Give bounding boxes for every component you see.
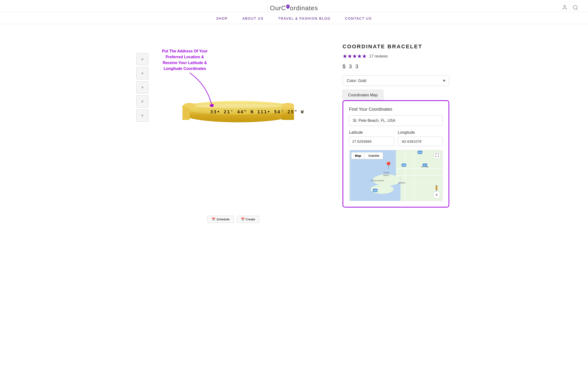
svg-text:33• 21' 44" N  111• 54' 25" W: 33• 21' 44" N 111• 54' 25" W: [210, 109, 304, 114]
logo-text2: ordinates: [290, 4, 318, 12]
latitude-group: Latitude: [349, 130, 394, 146]
create-button[interactable]: 📅 Create: [237, 216, 259, 223]
logo[interactable]: Our C ordinates: [199, 4, 389, 12]
svg-text:275: 275: [419, 151, 422, 154]
lng-input[interactable]: [398, 137, 443, 146]
svg-text:St Pete Beach: St Pete Beach: [371, 179, 384, 182]
thumbnail-2[interactable]: [136, 67, 148, 79]
map-view-button[interactable]: Map: [352, 152, 365, 159]
nav-shop[interactable]: SHOP: [216, 17, 228, 20]
expand-map-button[interactable]: [434, 152, 441, 159]
find-coords-title: Find Your Coordinates: [349, 107, 443, 112]
zoom-in-button[interactable]: +: [433, 191, 440, 198]
thumbnail-strip: [136, 53, 148, 122]
svg-point-7: [282, 103, 294, 108]
schedule-button[interactable]: 📅 Schedule: [207, 216, 234, 223]
product-image-area: Put The Address Of Your Preferred Locati…: [139, 39, 328, 223]
logo-pin-icon: [286, 5, 290, 9]
nav-contact[interactable]: CONTACT US: [345, 17, 372, 20]
pegman-icon[interactable]: 🧍: [434, 185, 440, 191]
thumbnail-1[interactable]: [136, 53, 148, 65]
user-icon[interactable]: [562, 5, 568, 12]
satellite-view-button[interactable]: Satellite: [365, 152, 383, 159]
search-icon[interactable]: [572, 5, 578, 12]
create-icon: 📅: [241, 218, 245, 221]
longitude-group: Longitude: [398, 130, 443, 146]
nav-blog[interactable]: TRAVEL & FASHION BLOG: [278, 17, 331, 20]
reviews-count: 17 reviews: [369, 54, 388, 59]
header: Our C ordinates: [0, 0, 588, 24]
annotation-text: Put The Address Of Your Preferred Locati…: [158, 48, 211, 72]
lat-input[interactable]: [349, 137, 394, 146]
map-controls: Map Satellite: [351, 152, 383, 159]
product-price: $ 3 3: [342, 63, 449, 70]
svg-text:699: 699: [374, 189, 377, 192]
schedule-label: Schedule: [216, 218, 230, 221]
annotation: Put The Address Of Your Preferred Locati…: [158, 48, 211, 72]
svg-text:Gulfport: Gulfport: [398, 181, 406, 184]
svg-text:693: 693: [402, 164, 406, 166]
map-location-pin: 📍: [384, 161, 393, 169]
product-details: COORDINATE BRACELET ★★★★★ 17 reviews $ 3…: [342, 39, 449, 223]
svg-text:ALT 19: ALT 19: [423, 164, 430, 166]
svg-text:Treasu: Treasu: [383, 171, 390, 174]
bottom-buttons: 📅 Schedule 📅 Create: [207, 216, 259, 223]
navigation: SHOP ABOUT US TRAVEL & FASHION BLOG CONT…: [0, 12, 588, 24]
thumbnail-5[interactable]: [136, 110, 148, 122]
thumbnail-4[interactable]: [136, 95, 148, 108]
create-label: Create: [246, 218, 255, 221]
color-select[interactable]: Color: Gold Color: Silver Color: Rose Go…: [342, 75, 449, 86]
lng-label: Longitude: [398, 130, 443, 135]
svg-text:Island: Island: [383, 174, 389, 177]
lat-label: Latitude: [349, 130, 394, 135]
reviews-row: ★★★★★ 17 reviews: [342, 53, 449, 59]
coordinates-panel: Find Your Coordinates Latitude Longitude: [342, 100, 449, 207]
svg-point-1: [573, 5, 577, 9]
logo-text: Our: [270, 4, 281, 12]
nav-about[interactable]: ABOUT US: [242, 17, 263, 20]
map-container: Treasu Island St Pete Beach Gulfport St.…: [349, 150, 443, 201]
schedule-icon: 📅: [211, 218, 215, 221]
star-rating: ★★★★★: [342, 53, 367, 59]
product-title: COORDINATE BRACELET: [342, 44, 449, 50]
coordinates-map-tab[interactable]: Coordinates Map: [342, 90, 383, 100]
location-input[interactable]: [349, 115, 443, 126]
svg-point-0: [564, 5, 566, 7]
thumbnail-3[interactable]: [136, 81, 148, 93]
annotation-arrow-icon: [187, 70, 219, 107]
coords-row: Latitude Longitude: [349, 130, 443, 146]
logo-coord: C: [281, 4, 286, 12]
